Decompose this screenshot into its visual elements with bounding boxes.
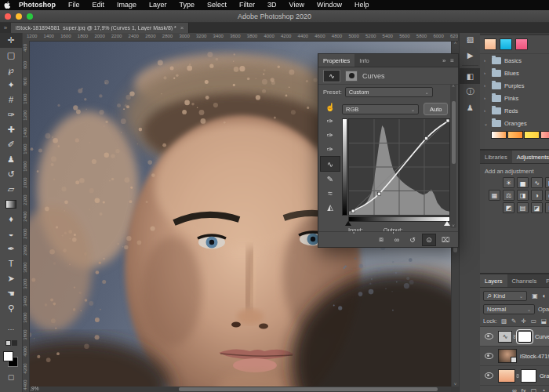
menu-3d[interactable]: 3D — [261, 0, 283, 10]
auto-button[interactable]: Auto — [424, 103, 448, 115]
new-adjustment-icon[interactable]: ◔ — [541, 387, 545, 392]
tab-overflow-chevron-icon[interactable]: » — [0, 22, 11, 33]
properties-panel-icon[interactable]: ◧ — [460, 68, 481, 84]
gradient-swatch[interactable] — [507, 131, 523, 139]
photo-filter-icon[interactable]: ◑ — [531, 190, 543, 201]
curve-point[interactable] — [377, 192, 380, 195]
tab-layers[interactable]: Layers — [480, 274, 507, 287]
gradient-swatch[interactable] — [491, 131, 507, 139]
tab-paths[interactable]: Paths — [541, 274, 549, 287]
menu-edit[interactable]: Edit — [86, 0, 111, 10]
clone-stamp-tool[interactable]: ♟ — [0, 152, 22, 167]
curves-plot[interactable] — [348, 118, 450, 216]
menu-file[interactable]: File — [62, 0, 86, 10]
scroll-down-icon[interactable]: ˅ — [452, 382, 459, 387]
lock-pixels-icon[interactable]: ✎ — [511, 318, 516, 325]
move-tool[interactable]: ✛ — [0, 33, 22, 48]
layer-visibility-icon[interactable] — [485, 372, 493, 379]
black-point-slider[interactable] — [345, 221, 351, 226]
scroll-up-icon[interactable]: ˄ — [450, 84, 456, 89]
menu-help[interactable]: Help — [348, 0, 376, 10]
targeted-adjustment-tool[interactable]: ☝ — [320, 100, 340, 114]
layer-filter-select[interactable]: ⚲Kind ⌄ — [483, 291, 527, 301]
histogram-clipping-toggle[interactable]: ◭ — [320, 200, 340, 214]
layer-mask-thumbnail[interactable] — [521, 369, 536, 383]
layer-row[interactable]: ∞Gradient — [480, 366, 549, 386]
collapse-panel-icon[interactable]: » — [442, 57, 445, 64]
gradient-swatch[interactable] — [500, 38, 512, 50]
white-point-eyedropper[interactable]: ✑ — [320, 142, 340, 156]
curve-point[interactable] — [425, 136, 428, 140]
layer-mask-thumbnail[interactable] — [518, 331, 532, 343]
clone-source-panel-icon[interactable]: ♟ — [460, 100, 481, 115]
edit-curve-points-tool[interactable]: ∿ — [320, 156, 340, 172]
lock-all-icon[interactable]: ⬓ — [541, 318, 547, 325]
hand-tool[interactable]: ☚ — [0, 286, 22, 301]
actions-panel-icon[interactable]: ▶ — [460, 47, 481, 63]
apple-icon[interactable] — [0, 1, 13, 9]
lock-artboard-icon[interactable]: ▭ — [531, 318, 536, 325]
curve-point[interactable] — [446, 119, 449, 122]
canvas-horizontal-scrollbar[interactable] — [22, 387, 451, 392]
lock-transparency-icon[interactable]: ▨ — [501, 318, 507, 325]
reset-button[interactable]: ↺ — [406, 234, 419, 245]
menu-select[interactable]: Select — [201, 0, 233, 10]
foreground-color-swatch[interactable] — [3, 351, 13, 361]
clip-to-layer-button[interactable]: ⧈ — [375, 234, 387, 245]
previous-state-button[interactable]: ∞ — [391, 234, 403, 245]
gradient-swatch[interactable] — [484, 38, 496, 50]
curves-icon[interactable]: ∿ — [531, 177, 543, 188]
history-brush-tool[interactable]: ↺ — [0, 167, 22, 182]
marquee-tool[interactable]: ▢ — [0, 48, 22, 63]
selective-color-icon[interactable]: ⊠ — [545, 202, 549, 213]
eraser-tool[interactable]: ▱ — [0, 182, 22, 197]
preset-select[interactable]: Custom⌄ — [345, 87, 433, 97]
gradient-swatch[interactable] — [540, 131, 549, 139]
quick-mask-button[interactable]: ▢ — [0, 372, 22, 382]
layer-effects-icon[interactable]: fx — [522, 387, 526, 392]
blend-mode-select[interactable]: Normal⌄ — [483, 304, 535, 314]
filter-pixel-layers-icon[interactable]: ▣ — [530, 292, 540, 299]
black-white-icon[interactable]: ◨ — [517, 190, 529, 201]
quick-selection-tool[interactable]: ✦ — [0, 78, 22, 93]
tab-channels[interactable]: Channels — [507, 274, 542, 287]
panel-menu-icon[interactable]: ≡ — [450, 57, 454, 64]
menu-photoshop[interactable]: Photoshop — [13, 0, 62, 10]
zoom-tool[interactable]: ⚲ — [0, 301, 22, 316]
black-point-eyedropper[interactable]: ✑ — [320, 114, 340, 128]
default-colors-icon[interactable] — [0, 338, 22, 347]
gray-point-eyedropper[interactable]: ✑ — [320, 128, 340, 142]
menu-image[interactable]: Image — [111, 0, 143, 10]
filter-adjustment-layers-icon[interactable]: ◐ — [540, 292, 549, 299]
menu-view[interactable]: View — [283, 0, 311, 10]
menu-filter[interactable]: Filter — [233, 0, 261, 10]
gradient-group-reds[interactable]: ›Reds — [480, 104, 549, 117]
gradient-group-blues[interactable]: ›Blues — [480, 67, 549, 79]
healing-brush-tool[interactable]: ✚ — [0, 122, 22, 137]
channel-select[interactable]: RGB⌄ — [342, 104, 419, 114]
layer-visibility-icon[interactable] — [485, 333, 493, 339]
brush-tool[interactable]: ✐ — [0, 137, 22, 152]
smooth-curve-button[interactable]: ≈ — [320, 186, 340, 200]
lock-position-icon[interactable]: ✛ — [521, 318, 525, 325]
layer-row[interactable]: iStock-471900639_s — [480, 347, 549, 366]
menu-window[interactable]: Window — [311, 0, 348, 10]
invert-icon[interactable]: ◩ — [503, 202, 514, 213]
layer-visibility-icon[interactable] — [485, 353, 493, 359]
gradient-group-purples[interactable]: ›Purples — [480, 79, 549, 92]
crop-tool[interactable]: # — [0, 93, 22, 107]
gradient-group-oranges[interactable]: ⌄Oranges — [480, 117, 549, 129]
path-selection-tool[interactable]: ➤ — [0, 271, 22, 286]
tab-adjustments[interactable]: Adjustments — [512, 151, 549, 163]
horizontal-scroll-thumb[interactable] — [179, 387, 438, 391]
layer-row[interactable]: ∿∞Curves 1 — [480, 327, 549, 347]
scroll-thumb[interactable] — [452, 101, 456, 164]
blur-tool[interactable]: ♦ — [0, 212, 22, 227]
link-layers-icon[interactable]: ∞ — [512, 387, 517, 392]
exposure-icon[interactable]: ◧ — [545, 177, 549, 188]
scroll-down-icon[interactable]: ˅ — [450, 223, 456, 228]
pen-tool[interactable]: ✒ — [0, 241, 22, 256]
levels-icon[interactable]: ▅ — [517, 177, 529, 188]
delete-adjustment-button[interactable]: ⌧ — [439, 234, 452, 245]
add-mask-icon[interactable]: ▢ — [531, 387, 537, 392]
